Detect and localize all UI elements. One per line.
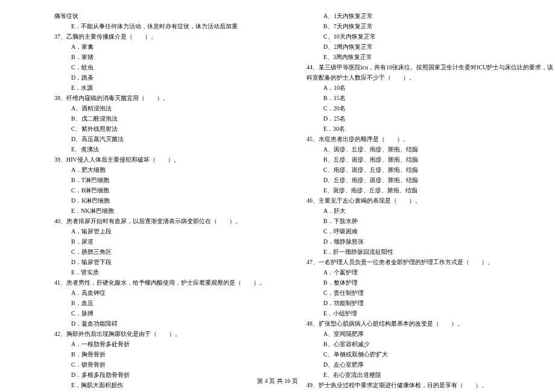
option-line: E．小组护理: [306, 308, 531, 318]
option-line: B．整体护理: [306, 277, 531, 288]
option-line: C．责任制护理: [306, 288, 531, 298]
option-line: C、紫外线照射法: [54, 124, 302, 134]
question-line: 48、扩张型心肌病病人心脏结构最基本的改变是（ ）。: [306, 318, 531, 329]
option-line: E．肝一颈静脉回流征阳性: [306, 247, 531, 257]
option-line: D．输尿管下段: [54, 257, 302, 267]
option-line: D．功能制护理: [306, 298, 531, 308]
option-line: B．胸骨骨折: [54, 349, 302, 359]
right-column: A、1天内恢复正常B、7天内恢复正常C、10天内恢复正常D、2周内恢复正常E、3…: [302, 11, 531, 392]
option-line: E．不能从事任何体力活动，休息时亦有症状，体力活动后加重: [54, 21, 302, 31]
left-column: 痛等症状E．不能从事任何体力活动，休息时亦有症状，体力活动后加重37、乙脑的主要…: [54, 11, 302, 392]
option-line: A．家禽: [54, 42, 302, 52]
option-line: D、高压蒸汽灭菌法: [54, 134, 302, 144]
option-line: B．T淋巴细胞: [54, 175, 302, 185]
question-line: 46、主要见于左心衰竭的表现是（ ）。: [306, 195, 531, 206]
option-line: E．30名: [306, 124, 531, 134]
option-line: B．家猪: [54, 52, 302, 62]
option-line: A．肝大: [306, 206, 531, 216]
option-line: A．个案护理: [306, 267, 531, 277]
option-line: B、7天内恢复正常: [306, 21, 531, 31]
option-line: E、斑疹、疱疹、丘疹、脓疱、结痂: [306, 185, 531, 195]
option-line: A．一根肋骨多处骨折: [54, 339, 302, 349]
option-line: B、丘疹、斑疹、疱疹、脓疱、结痂: [306, 154, 531, 165]
option-line: C、单侧或双侧心腔扩大: [306, 349, 531, 359]
option-line: C．呼吸困难: [306, 226, 531, 236]
option-line: E、煮沸法: [54, 144, 302, 154]
option-line: B．尿道: [54, 236, 302, 247]
question-line: 42、胸部外伤后出现胸廓软化是由于（ ）。: [54, 329, 302, 339]
question-line: 37、乙脑的主要传播媒介是（ ）。: [54, 31, 302, 42]
option-line: E．水源: [54, 83, 302, 93]
option-line: C．蚊虫: [54, 62, 302, 72]
option-line: C、10天内恢复正常: [306, 31, 531, 42]
option-line: C．膀胱三角区: [54, 247, 302, 257]
option-line: B、心室容积减少: [306, 339, 531, 349]
question-line: 45、水痘患者出疹的顺序是（ ）。: [306, 134, 531, 144]
option-line: A、1天内恢复正常: [306, 11, 531, 21]
option-line: A、斑疹、丘疹、疱疹、脓疱、结痂: [306, 144, 531, 154]
option-line: B、戊二醛浸泡法: [54, 113, 302, 124]
option-line: D．跳蚤: [54, 72, 302, 83]
option-line: C、疱疹、斑疹、丘疹、脓疱、结痂: [306, 165, 531, 175]
option-line: A．高血钾症: [54, 288, 302, 298]
option-line: D、左心室肥厚: [306, 359, 531, 370]
option-line: C．锁骨骨折: [54, 359, 302, 370]
option-line: D．25名: [306, 113, 531, 124]
option-line: A．输尿管上段: [54, 226, 302, 236]
option-line: E、3周内恢复正常: [306, 52, 531, 62]
option-line: D、2周内恢复正常: [306, 42, 531, 52]
option-line: C．B淋巴细胞: [54, 185, 302, 195]
option-line: D．K淋巴细胞: [54, 195, 302, 206]
option-line: A．10名: [306, 83, 531, 93]
question-line: 47、一名护理人员负责一位患者全部护理的护理工作方式是（ ）。: [306, 257, 531, 267]
question-line: 41、患者男性，肝硬化腹水，给予螺内酯使用，护士应着重观察的是（ ）。: [54, 277, 302, 288]
option-line: D．颈静脉怒张: [306, 236, 531, 247]
question-line: 科室配备的护士人数应不少于（ ）。: [306, 72, 531, 83]
option-line: A、酒精浸泡法: [54, 103, 302, 113]
option-line: D、丘疹、疱疹、斑疹、脓疱、结痂: [306, 175, 531, 185]
option-line: A、室间隔肥厚: [306, 329, 531, 339]
question-line: 38、纤维内窥镜的消毒灭菌宜用（ ）。: [54, 93, 302, 103]
page-body: 痛等症状E．不能从事任何体力活动，休息时亦有症状，体力活动后加重37、乙脑的主要…: [0, 0, 555, 392]
option-line: B．血压: [54, 298, 302, 308]
option-line: B．下肢水肿: [306, 216, 531, 226]
question-line: 44、某三级甲等医院icu，共有10张床位。按照国家卫生计生委对ICU护士与床位…: [306, 62, 531, 72]
question-line: 40、患者排尿开始时有血尿，以后逐渐变清表示病变部位在（ ）。: [54, 216, 302, 226]
option-line: E．NK淋巴细胞: [54, 206, 302, 216]
question-line: 39、HIV侵入人体后主要侵犯和破坏（ ）。: [54, 154, 302, 165]
option-line: D．凝血功能障碍: [54, 318, 302, 329]
page-footer: 第 4 页 共 16 页: [0, 376, 555, 386]
option-line: E．肾实质: [54, 267, 302, 277]
option-line: B．15名: [306, 93, 531, 103]
question-line: 痛等症状: [54, 11, 302, 21]
option-line: A．肥大细胞: [54, 165, 302, 175]
option-line: C．20名: [306, 103, 531, 113]
option-line: C．脉搏: [54, 308, 302, 318]
